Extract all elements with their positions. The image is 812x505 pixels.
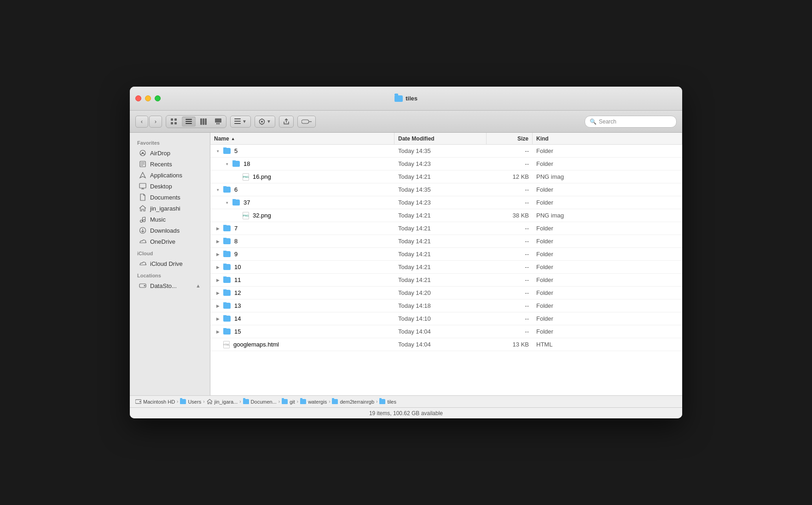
sidebar-item-music[interactable]: Music: [132, 214, 208, 225]
disclosure-open[interactable]: ▾: [223, 160, 231, 168]
window-title: tiles: [406, 95, 418, 102]
date-column-header[interactable]: Date Modified: [394, 133, 487, 144]
sidebar-item-icloud-drive[interactable]: iCloud Drive: [132, 258, 208, 269]
table-row[interactable]: ▶ 9 Today 14:21 -- Folder: [210, 248, 682, 261]
folder-icon: [223, 225, 231, 231]
cell-name: ▶ 10: [210, 264, 394, 271]
table-row[interactable]: PNG 32.png Today 14:21 38 KB PNG imag: [210, 209, 682, 222]
minimize-button[interactable]: [145, 95, 151, 101]
back-button[interactable]: ‹: [135, 116, 148, 128]
toolbar: ‹ › ▼ ▼: [130, 111, 682, 133]
forward-button[interactable]: ›: [149, 116, 162, 128]
group-by-button[interactable]: ▼: [230, 116, 251, 128]
disclosure-closed[interactable]: ▶: [214, 238, 221, 245]
downloads-icon: [139, 227, 146, 234]
sidebar-item-desktop[interactable]: Desktop: [132, 181, 208, 192]
path-separator: ›: [239, 399, 241, 404]
search-placeholder: Search: [599, 118, 616, 125]
sidebar-item-applications[interactable]: Applications: [132, 170, 208, 181]
cell-name: ▶ 9: [210, 251, 394, 258]
table-row[interactable]: ▾ 18 Today 14:23 -- Folder: [210, 158, 682, 170]
table-row[interactable]: ▾ 6 Today 14:35 -- Folder: [210, 183, 682, 196]
path-label: tiles: [387, 399, 396, 405]
disclosure-closed[interactable]: ▶: [214, 328, 221, 335]
table-row[interactable]: ▶ 15 Today 14:04 -- Folder: [210, 325, 682, 338]
close-button[interactable]: [135, 95, 141, 101]
disclosure-open[interactable]: ▾: [214, 147, 221, 155]
path-segment[interactable]: Macintosh HD: [135, 399, 175, 405]
table-row[interactable]: ▶ 14 Today 14:10 -- Folder: [210, 312, 682, 325]
cell-kind: HTML: [533, 341, 682, 348]
disclosure-closed[interactable]: ▶: [214, 264, 221, 271]
name-column-header[interactable]: Name ▲: [210, 133, 394, 144]
hd-icon: [139, 282, 146, 289]
path-segment[interactable]: watergis: [300, 399, 327, 405]
table-row[interactable]: ▶ 7 Today 14:21 -- Folder: [210, 222, 682, 235]
kind-column-header[interactable]: Kind: [533, 133, 682, 144]
cell-size: --: [487, 160, 533, 167]
path-segment[interactable]: Users: [180, 399, 201, 405]
file-name: 32.png: [253, 212, 271, 219]
table-row[interactable]: PNG 16.png Today 14:21 12 KB PNG imag: [210, 170, 682, 183]
sidebar-item-airdrop[interactable]: AirDrop: [132, 147, 208, 159]
disclosure-closed[interactable]: ▶: [214, 289, 221, 297]
table-row[interactable]: ▾ 5 Today 14:35 -- Folder: [210, 145, 682, 158]
sidebar-item-downloads[interactable]: Downloads: [132, 225, 208, 236]
table-row[interactable]: ▶ 13 Today 14:18 -- Folder: [210, 299, 682, 312]
disclosure-closed[interactable]: ▶: [214, 225, 221, 232]
sidebar-item-datasto[interactable]: DataSto... ▲: [132, 280, 208, 291]
table-row[interactable]: ▶ 12 Today 14:20 -- Folder: [210, 287, 682, 299]
path-segment[interactable]: jin_igara...: [207, 399, 238, 405]
cell-name: ▾ 37: [210, 199, 394, 206]
maximize-button[interactable]: [155, 95, 161, 101]
downloads-label: Downloads: [150, 227, 180, 234]
sidebar-item-home[interactable]: jin_igarashi: [132, 203, 208, 214]
disclosure-open[interactable]: ▾: [214, 186, 221, 194]
path-label: dem2terrainrgb: [340, 399, 374, 405]
path-segment[interactable]: Documen...: [243, 399, 277, 405]
cell-name: ▶ 13: [210, 302, 394, 310]
table-row[interactable]: ▶ 11 Today 14:21 -- Folder: [210, 274, 682, 287]
file-name: googlemaps.html: [233, 341, 279, 348]
folder-icon: [223, 148, 231, 154]
path-label: Macintosh HD: [143, 399, 175, 405]
status-bar: 19 items, 100.62 GB available: [130, 407, 682, 418]
path-segment[interactable]: dem2terrainrgb: [332, 399, 374, 405]
file-name: 13: [234, 302, 241, 309]
svg-rect-0: [171, 118, 173, 121]
icon-view-button[interactable]: [167, 117, 181, 127]
disclosure-closed[interactable]: ▶: [214, 276, 221, 284]
cell-kind: Folder: [533, 199, 682, 206]
file-name: 18: [244, 160, 250, 167]
path-segment[interactable]: tiles: [379, 399, 396, 405]
share-button[interactable]: [279, 116, 294, 128]
table-row[interactable]: ▾ 37 Today 14:23 -- Folder: [210, 196, 682, 209]
sidebar-item-onedrive[interactable]: OneDrive: [132, 236, 208, 247]
cell-size: --: [487, 225, 533, 232]
disclosure-closed[interactable]: ▶: [214, 251, 221, 258]
size-column-header[interactable]: Size: [487, 133, 533, 144]
sidebar-item-documents[interactable]: Documents: [132, 192, 208, 203]
path-segment[interactable]: git: [282, 399, 295, 405]
table-row[interactable]: ▶ 10 Today 14:21 -- Folder: [210, 261, 682, 274]
gallery-view-button[interactable]: [211, 117, 225, 127]
sidebar-item-recents[interactable]: Recents: [132, 159, 208, 170]
tag-button[interactable]: [297, 116, 316, 128]
cell-kind: Folder: [533, 328, 682, 335]
column-view-button[interactable]: [197, 117, 210, 127]
disclosure-closed[interactable]: ▶: [214, 315, 221, 323]
search-bar[interactable]: 🔍 Search: [585, 116, 677, 128]
disclosure-closed[interactable]: ▶: [214, 302, 221, 310]
documents-label: Documents: [150, 194, 180, 201]
disclosure-open[interactable]: ▾: [223, 199, 231, 206]
path-bar: Macintosh HD›Users›jin_igara...›Documen.…: [130, 395, 682, 407]
cell-kind: Folder: [533, 147, 682, 154]
file-rows: ▾ 5 Today 14:35 -- Folder ▾ 18 Today 14:…: [210, 145, 682, 395]
list-view-button[interactable]: [182, 117, 196, 127]
cell-kind: Folder: [533, 264, 682, 270]
action-button[interactable]: ▼: [255, 116, 275, 128]
icloud-label: iCloud: [130, 247, 210, 258]
applications-icon: [139, 171, 146, 179]
table-row[interactable]: HTML googlemaps.html Today 14:04 13 KB H…: [210, 338, 682, 351]
table-row[interactable]: ▶ 8 Today 14:21 -- Folder: [210, 235, 682, 248]
